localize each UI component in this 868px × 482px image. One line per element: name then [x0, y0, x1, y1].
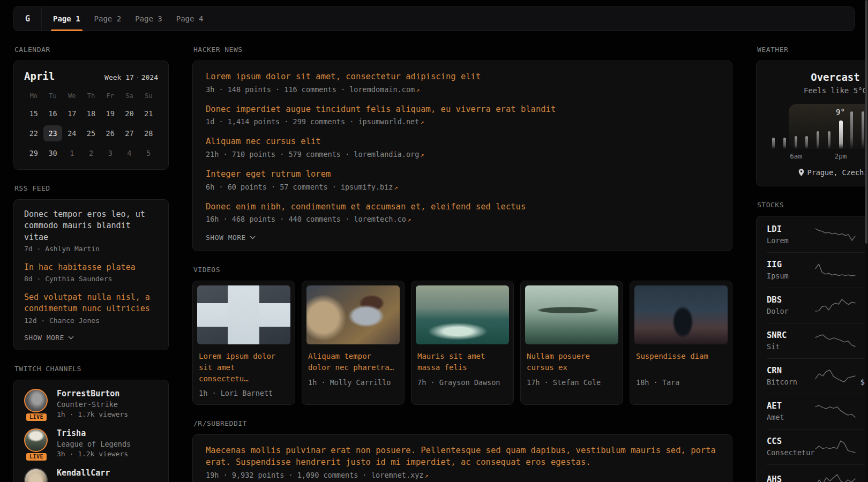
weather-section: WEATHER Overcast Feels like 5°C 9° 6am2p… [756, 46, 868, 186]
stock-row-ldi[interactable]: LDILorem +4.35%$795.18 [767, 217, 868, 252]
tab-page-2[interactable]: Page 2 [87, 7, 129, 31]
stock-row-ccs[interactable]: CCSConsectetur +0.51%$165.84 [767, 429, 868, 464]
stock-id: DBSDolor [767, 295, 814, 315]
hn-show-more-button[interactable]: SHOW MORE [206, 234, 719, 242]
video-meta: 17h · Stefan Cole [521, 374, 623, 394]
video-title: Lorem ipsum dolor sit amet consectetu… [193, 349, 295, 385]
calendar-day: 15 [24, 106, 43, 122]
calendar-day: 27 [120, 125, 139, 141]
rss-item: Sed volutpat nulla nisl, a condimentum n… [24, 292, 158, 325]
external-link-icon: ↗ [419, 151, 424, 159]
hn-item: Lorem ipsum dolor sit amet, consectetur … [206, 71, 719, 94]
rss-item-link[interactable]: Sed volutpat nulla nisl, a condimentum n… [24, 292, 158, 315]
calendar-year: 2024 [141, 73, 158, 81]
subreddit-section-title: /R/SUBREDDIT [193, 419, 732, 427]
hn-item-meta: 16h · 468 points · 440 comments · loremt… [206, 215, 719, 223]
hn-item-link[interactable]: Aliquam nec cursus elit [206, 136, 719, 148]
stock-name: Amet [767, 413, 814, 421]
hn-item-link[interactable]: Lorem ipsum dolor sit amet, consectetur … [206, 71, 719, 83]
scrollbar-thumb[interactable] [865, 0, 867, 244]
hn-domain-link[interactable]: ipsumworld.net [358, 117, 419, 126]
twitch-section: TWITCH CHANNELS LIVE ForrestBurton Count… [13, 365, 169, 482]
calendar-day: 30 [43, 145, 63, 161]
stock-id: SNRCSit [767, 330, 814, 351]
hn-domain-link[interactable]: ipsumify.biz [341, 183, 393, 191]
page-scrollbar [865, 0, 868, 482]
twitch-channel-info: ForrestBurton Counter-Strike 1h · 1.7k v… [57, 389, 128, 418]
temp-bar [817, 131, 819, 149]
stock-row-snrc[interactable]: SNRCSit +1.36%$148.64 [767, 323, 868, 358]
rss-item-link[interactable]: Donec tempor eros leo, ut commodo mauris… [24, 209, 158, 243]
stock-name: Lorem [767, 236, 814, 245]
hn-domain-link[interactable]: loremdomain.com [349, 85, 415, 94]
video-card[interactable]: Aliquam tempor dolor nec pharetra… 1h · … [302, 281, 405, 405]
hn-item-meta: 21h · 710 points · 579 comments · loreml… [206, 150, 719, 159]
temp-bar [805, 136, 808, 149]
rss-item-link[interactable]: In hac habitasse platea [24, 262, 158, 273]
tab-page-4[interactable]: Page 4 [169, 7, 211, 31]
stock-name: Bitcorn [767, 378, 814, 386]
rss-show-more-button[interactable]: SHOW MORE [24, 334, 158, 342]
twitch-channel-kendallcarr[interactable]: KendallCarr [24, 468, 158, 482]
stock-symbol: IIG [767, 260, 814, 269]
hn-item-link[interactable]: Integer eget rutrum lorem [206, 169, 719, 180]
video-card[interactable]: Mauris sit amet massa felis 7h · Grayson… [411, 281, 514, 405]
calendar-dayname: Tu [43, 90, 63, 102]
video-card[interactable]: Lorem ipsum dolor sit amet consectetu… 1… [192, 281, 295, 405]
stock-sparkline [814, 226, 856, 243]
stock-row-iig[interactable]: IIGIpsum +2.84%$42.04 [767, 252, 868, 288]
hacker-news-section-title: HACKER NEWS [193, 46, 732, 54]
calendar-separator: · [134, 73, 141, 81]
video-title: Aliquam tempor dolor nec pharetra… [302, 349, 404, 374]
twitch-channel-name: Trisha [57, 428, 131, 438]
stock-id: IIGIpsum [767, 260, 814, 280]
stock-row-crn[interactable]: CRNBitcorn -1.00%$66,171.48 [767, 358, 868, 394]
calendar-dayname: Mo [24, 90, 43, 102]
app-logo[interactable]: G [14, 7, 42, 31]
live-badge: LIVE [25, 452, 48, 462]
calendar-day-next-month: 1 [62, 145, 81, 161]
twitch-avatar-wrap: LIVE [24, 389, 49, 418]
stock-row-dbs[interactable]: DBSDolor +1.42%$156.28 [767, 288, 868, 323]
video-card[interactable]: Suspendisse diam 18h · Tara [630, 281, 732, 405]
stock-name: Consectetur [767, 448, 814, 457]
twitch-avatar-wrap [24, 468, 49, 482]
tab-page-1[interactable]: Page 1 [46, 7, 87, 31]
calendar-week-label: Week 17 [104, 73, 134, 81]
calendar-day: 21 [139, 106, 158, 122]
weather-location-text: Prague, Czechia [807, 168, 868, 177]
stock-symbol: LDI [767, 224, 814, 234]
stock-symbol: CCS [767, 436, 814, 446]
rss-section: RSS FEED Donec tempor eros leo, ut commo… [13, 184, 169, 350]
hn-meta-text: 21h · 710 points · 579 comments · [206, 150, 354, 159]
calendar-section-title: CALENDAR [14, 46, 169, 54]
subreddit-post: Maecenas mollis pulvinar erat non posuer… [206, 445, 719, 479]
hn-domain-link[interactable]: loremlandia.org [354, 150, 419, 159]
twitch-channel-forrestburton[interactable]: LIVE ForrestBurton Counter-Strike 1h · 1… [24, 389, 158, 418]
subreddit-domain-link[interactable]: loremnet.xyz [371, 471, 424, 479]
twitch-channel-name: KendallCarr [57, 468, 110, 478]
dashboard-page: G Page 1 Page 2 Page 3 Page 4 CALENDAR A… [0, 0, 868, 482]
hn-item-link[interactable]: Donec enim nibh, condimentum et accumsan… [206, 201, 719, 213]
tab-page-3[interactable]: Page 3 [128, 7, 169, 31]
stock-symbol: SNRC [767, 330, 814, 340]
stock-id: CRNBitcorn [767, 366, 814, 386]
stock-sparkline [814, 297, 856, 314]
twitch-channel-trisha[interactable]: LIVE Trisha League of Legends 3h · 1.2k … [24, 428, 158, 458]
stock-row-aet[interactable]: AETAmet +0.92%$499.72 [767, 394, 868, 429]
weather-section-title: WEATHER [757, 46, 868, 54]
stock-symbol: AET [767, 401, 814, 411]
twitch-channel-info: KendallCarr [57, 468, 110, 482]
hn-domain-link[interactable]: loremtech.co [354, 215, 406, 223]
subreddit-post-link[interactable]: Maecenas mollis pulvinar erat non posuer… [206, 445, 719, 468]
twitch-channel-info: Trisha League of Legends 3h · 1.2k viewe… [57, 428, 131, 458]
weather-condition: Overcast [767, 71, 868, 83]
stock-sparkline [814, 332, 856, 349]
calendar-day-next-month: 5 [139, 145, 158, 161]
calendar-day: 29 [24, 145, 43, 161]
stock-symbol: CRN [767, 366, 814, 375]
middle-column: HACKER NEWS Lorem ipsum dolor sit amet, … [192, 46, 732, 482]
stock-row-ahs[interactable]: AHS +0.46% [767, 464, 868, 482]
hn-item-link[interactable]: Donec imperdiet augue tincidunt felis al… [206, 104, 719, 116]
video-card[interactable]: Nullam posuere cursus ex 17h · Stefan Co… [520, 281, 623, 405]
